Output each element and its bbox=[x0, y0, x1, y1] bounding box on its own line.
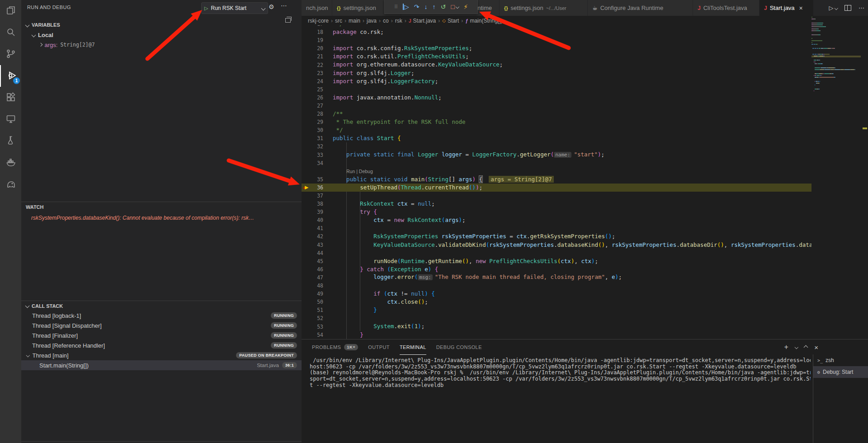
breadcrumb-item[interactable]: rsk bbox=[395, 18, 402, 24]
breakpoint-margin[interactable] bbox=[302, 102, 311, 110]
call-stack-thread[interactable]: Thread [main]PAUSED ON BREAKPOINT bbox=[21, 350, 302, 360]
breakpoint-margin[interactable] bbox=[302, 159, 311, 167]
code-line[interactable]: 53 System.exit(1); bbox=[302, 322, 811, 330]
breakpoints-section-header[interactable]: BREAKPOINTS bbox=[21, 441, 302, 443]
activity-bar-item-testing[interactable] bbox=[0, 130, 21, 152]
activity-bar-item-run-and-debug[interactable]: 1 bbox=[0, 65, 22, 87]
line-number[interactable]: 35 bbox=[311, 176, 323, 183]
call-stack-thread[interactable]: Thread [Finalizer]RUNNING bbox=[21, 330, 302, 340]
code-line[interactable]: 23import org.slf4j.Logger; bbox=[302, 69, 811, 77]
hot-code-replace-icon[interactable]: ⚡ bbox=[463, 4, 468, 10]
line-number[interactable]: 22 bbox=[311, 62, 323, 68]
code-line[interactable]: 54 } bbox=[302, 331, 811, 339]
breakpoint-margin[interactable] bbox=[302, 134, 311, 142]
line-number[interactable]: 46 bbox=[311, 266, 323, 273]
code-line[interactable]: 19 bbox=[302, 36, 811, 44]
breakpoint-margin[interactable] bbox=[302, 151, 311, 159]
code-line[interactable]: 20import co.rsk.config.RskSystemProperti… bbox=[302, 44, 811, 52]
line-number[interactable]: 20 bbox=[311, 45, 323, 52]
breakpoint-margin[interactable] bbox=[302, 52, 311, 61]
code-line[interactable]: 21import co.rsk.util.PreflightChecksUtil… bbox=[302, 52, 811, 61]
line-number[interactable]: 40 bbox=[311, 217, 323, 223]
activity-bar-item-remote-explorer[interactable] bbox=[0, 108, 21, 130]
line-number[interactable]: 42 bbox=[311, 233, 323, 240]
step-out-icon[interactable]: ↑ bbox=[433, 4, 436, 10]
call-stack-thread[interactable]: Thread [logback-1]RUNNING bbox=[21, 311, 302, 320]
line-number[interactable]: 43 bbox=[311, 242, 323, 248]
breakpoint-margin[interactable] bbox=[302, 110, 311, 118]
line-number[interactable]: 19 bbox=[311, 37, 323, 43]
more-actions-icon[interactable]: ⋯ bbox=[859, 5, 864, 11]
code-line[interactable]: 50 ctx.close(); bbox=[302, 298, 811, 306]
code-line[interactable]: 34 bbox=[302, 159, 811, 167]
line-number[interactable]: 23 bbox=[311, 70, 323, 76]
code-line[interactable]: 24import org.slf4j.LoggerFactory; bbox=[302, 77, 811, 85]
breakpoint-margin[interactable] bbox=[302, 290, 311, 298]
more-actions-icon[interactable]: ⋯ bbox=[281, 2, 287, 9]
split-editor-icon[interactable] bbox=[844, 5, 851, 11]
tab-start-java[interactable]: JStart.java× bbox=[760, 0, 814, 16]
variables-scope-local[interactable]: Local bbox=[21, 30, 302, 40]
activity-bar-item-extensions[interactable] bbox=[0, 87, 21, 108]
breakpoint-margin[interactable] bbox=[302, 241, 311, 249]
line-number[interactable]: 45 bbox=[311, 258, 323, 264]
code-line[interactable]: 45 runNode(Runtime.getRuntime(), new Pre… bbox=[302, 257, 811, 265]
line-number[interactable]: 26 bbox=[311, 94, 323, 101]
panel-tab-output[interactable]: OUTPUT bbox=[368, 339, 390, 355]
breakpoint-margin[interactable] bbox=[302, 28, 311, 36]
breakpoint-margin[interactable] bbox=[302, 85, 311, 94]
run-java-button[interactable]: ▷ bbox=[829, 5, 838, 11]
line-number[interactable]: 25 bbox=[311, 86, 323, 93]
line-number[interactable]: 48 bbox=[311, 283, 323, 289]
watch-expression[interactable]: rskSystemProperties.databaseKind(): Cann… bbox=[31, 215, 296, 221]
breakpoint-margin[interactable] bbox=[302, 118, 311, 126]
stop-icon[interactable]: □ bbox=[451, 4, 458, 10]
breakpoint-margin[interactable] bbox=[302, 331, 311, 339]
line-number[interactable]: 53 bbox=[311, 324, 323, 330]
breadcrumb-item[interactable]: JStart.java bbox=[409, 18, 436, 24]
code-line[interactable]: 51 } bbox=[302, 306, 811, 314]
breakpoint-execution-marker[interactable]: ●▶ bbox=[302, 184, 311, 192]
breadcrumb-item[interactable]: java bbox=[367, 18, 377, 24]
code-line[interactable]: 22import org.ethereum.datasource.KeyValu… bbox=[302, 61, 811, 69]
breadcrumb-item[interactable]: main bbox=[349, 18, 360, 24]
chevron-down-icon[interactable] bbox=[795, 345, 798, 349]
code-line[interactable]: 38 RskContext ctx = null; bbox=[302, 200, 811, 208]
activity-bar-item-docker[interactable] bbox=[0, 152, 21, 174]
gear-icon[interactable]: ⚙ bbox=[269, 3, 274, 10]
breakpoint-margin[interactable] bbox=[302, 69, 311, 77]
line-number[interactable]: 52 bbox=[311, 315, 323, 321]
launch-configuration-dropdown[interactable]: ▷ Run RSK Start bbox=[201, 2, 268, 14]
breadcrumb-item[interactable]: co bbox=[383, 18, 389, 24]
terminal-tab-zsh[interactable]: >_zsh bbox=[813, 354, 868, 366]
close-icon[interactable]: × bbox=[799, 5, 803, 12]
breakpoint-margin[interactable] bbox=[302, 265, 311, 273]
breakpoint-margin[interactable] bbox=[302, 200, 311, 208]
breakpoint-margin[interactable] bbox=[302, 273, 311, 282]
step-over-icon[interactable]: ↷ bbox=[414, 4, 420, 10]
restart-icon[interactable]: ↺ bbox=[441, 4, 446, 10]
line-number[interactable]: 38 bbox=[311, 201, 323, 207]
code-line[interactable]: 49 if (ctx != null) { bbox=[302, 290, 811, 298]
activity-bar-item-gradle[interactable] bbox=[0, 174, 21, 195]
code-line[interactable]: 28/** bbox=[302, 110, 811, 118]
terminal-tab-debug-start[interactable]: ⚙Debug: Start bbox=[813, 366, 868, 378]
line-number[interactable]: 54 bbox=[311, 332, 323, 338]
line-number[interactable]: 31 bbox=[311, 135, 323, 141]
code-line[interactable]: 43 KeyValueDataSource.validateDbKind(rsk… bbox=[302, 241, 811, 249]
activity-bar-item-search[interactable] bbox=[0, 22, 21, 43]
code-line[interactable]: 30 */ bbox=[302, 126, 811, 134]
tab-clitoolstest-java[interactable]: JCliToolsTest.java bbox=[693, 0, 760, 16]
activity-bar-item-source-control[interactable] bbox=[0, 43, 21, 65]
breadcrumb-item[interactable]: src bbox=[335, 18, 342, 24]
breadcrumb-item[interactable]: ◇Start bbox=[442, 18, 459, 24]
breakpoint-margin[interactable] bbox=[302, 208, 311, 216]
breakpoint-margin[interactable] bbox=[302, 142, 311, 151]
tab-configure-java-runtime[interactable]: ☕Configure Java Runtime bbox=[588, 0, 693, 16]
line-number[interactable]: 37 bbox=[311, 193, 323, 199]
code-line[interactable]: 27 bbox=[302, 102, 811, 110]
line-number[interactable]: 18 bbox=[311, 29, 323, 35]
call-stack-section-header[interactable]: CALL STACK bbox=[21, 301, 302, 311]
maximize-panel-icon[interactable] bbox=[804, 345, 808, 349]
breakpoint-margin[interactable] bbox=[302, 126, 311, 134]
